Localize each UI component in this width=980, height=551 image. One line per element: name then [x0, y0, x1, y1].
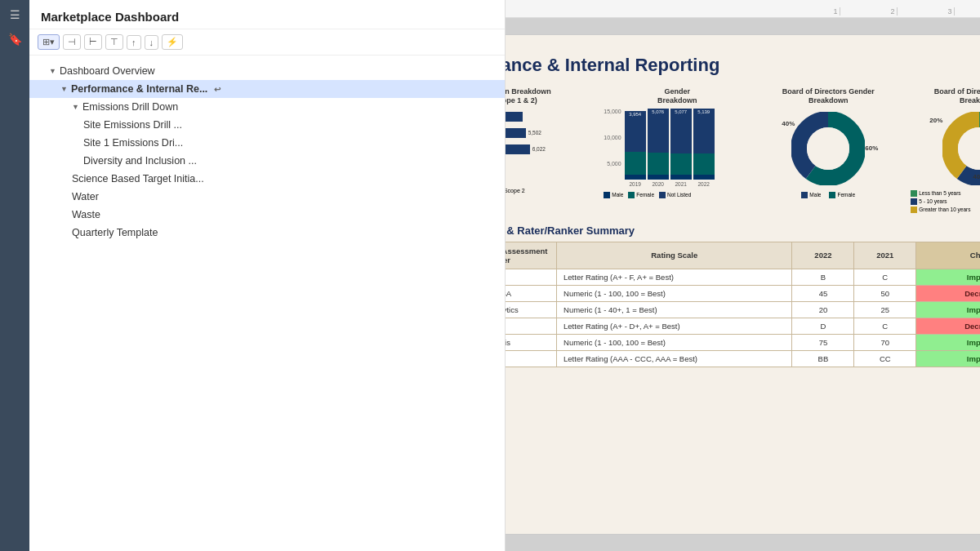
male-color: [801, 192, 808, 198]
sidebar-item-diversity[interactable]: Diversity and Inclusion ...: [29, 152, 505, 170]
scope2-label: Scope 2: [506, 188, 525, 193]
not-listed-color: [659, 192, 666, 198]
not-listed-label: Not Listed: [667, 192, 691, 198]
scale-cell: Letter Rating (A+ - F, A+ = Best): [557, 269, 792, 285]
change-cell: Improved: [916, 334, 980, 350]
table-row: Ecovadis Numeric (1 - 100, 100 = Best) 7…: [506, 334, 981, 350]
female-pct: 60%: [865, 144, 878, 152]
menu-icon[interactable]: ☰: [10, 8, 20, 21]
not-listed-val: 3,954: [625, 111, 646, 118]
gender-chart-title: GenderBreakdown: [604, 87, 751, 105]
scope1-row: 4,902: [506, 156, 596, 162]
nav-label: Diversity and Inclusion ...: [83, 155, 197, 167]
female-label: Female: [837, 192, 855, 198]
sidebar-item-emissions-drill-down[interactable]: ▼ Emissions Drill Down: [29, 98, 505, 116]
less5-color: [911, 190, 917, 197]
board-tenure-title: Board of Directors TenureBreakdown: [906, 87, 980, 105]
ruler-mark: 3: [898, 7, 955, 16]
col-change: Change: [916, 242, 980, 269]
arrow-icon: ▼: [60, 85, 68, 93]
table-row: S&P CSA Numeric (1 - 100, 100 = Best) 45…: [506, 285, 981, 301]
outdent-btn[interactable]: ⊢: [84, 34, 102, 50]
sidebar-item-site-emissions[interactable]: Site Emissions Drill ...: [29, 116, 505, 134]
scale-cell: Numeric (1 - 100, 100 = Best): [557, 285, 792, 301]
female-bar: [670, 153, 692, 175]
legend-5-10: 5 - 10 years: [911, 198, 947, 205]
scope2-bar: [506, 112, 523, 122]
provider-cell: Sustainalytics: [506, 301, 557, 318]
grid-view-btn[interactable]: ⊞▾: [38, 34, 60, 50]
greater10-color: [911, 207, 917, 213]
rating-table: Rating Agency / Assessment Provider Rati…: [506, 242, 981, 367]
edit-icon[interactable]: ↩: [214, 85, 220, 94]
sidebar-item-waste[interactable]: Waste: [29, 206, 505, 224]
2021-cell: 50: [854, 285, 916, 301]
y-label: 15,000: [604, 109, 621, 114]
nav-label: Dashboard Overview: [60, 65, 155, 77]
provider-cell: ISS: [506, 318, 557, 334]
sidebar-item-water[interactable]: Water: [29, 188, 505, 206]
scale-cell: Numeric (1 - 100, 100 = Best): [557, 334, 792, 350]
charts-row: Emission Breakdown(Scope 1 & 2) 15,000 1…: [506, 87, 981, 213]
not-listed-val: 5,077: [670, 109, 692, 115]
sidebar-title: Marketplace Dashboard: [41, 10, 493, 24]
expand-all-btn[interactable]: ⊤: [105, 34, 123, 50]
report-title: Performance & Internal Reporting: [506, 55, 981, 76]
2022-cell: 45: [792, 285, 854, 301]
bar-value: 6,022: [532, 146, 546, 152]
emission-legend: Scope 1 Scope 2: [506, 188, 596, 194]
bar-row-2022: 2022 6,022: [506, 144, 596, 154]
scale-cell: Letter Rating (A+ - D+, A+ = Best): [557, 318, 792, 334]
female-bar: [625, 152, 646, 175]
x-label: 2020: [652, 181, 663, 187]
table-row: ISS Letter Rating (A+ - D+, A+ = Best) D…: [506, 318, 981, 334]
nav-label: Performance & Internal Re...: [71, 83, 207, 95]
legend-female: Female: [628, 192, 654, 198]
not-listed-val: 5,139: [693, 109, 715, 115]
collapse-up-btn[interactable]: ↑: [127, 35, 141, 50]
sidebar-item-quarterly-template[interactable]: Quarterly Template: [29, 224, 505, 242]
filter-btn[interactable]: ⚡: [162, 34, 183, 50]
collapse-down-btn[interactable]: ↓: [145, 35, 159, 50]
sidebar-item-science-based-target[interactable]: Science Based Target Initia...: [29, 170, 505, 188]
change-cell: Improved: [916, 269, 980, 285]
scale-cell: Numeric (1 - 40+, 1 = Best): [557, 301, 792, 318]
nav-label: Waste: [72, 209, 100, 220]
legend-less5: Less than 5 years: [911, 190, 960, 197]
five10-label: 5 - 10 years: [919, 198, 947, 204]
2021-cell: CC: [854, 350, 916, 367]
legend-scope2: Scope 2: [506, 188, 525, 194]
gender-legend: Male Female Not Listed: [604, 192, 751, 198]
five10-pct: 40%: [973, 173, 980, 180]
sidebar-item-dashboard-overview[interactable]: ▼ Dashboard Overview: [29, 62, 505, 80]
2022-cell: 75: [792, 334, 854, 350]
board-gender-legend: Male Female: [759, 192, 898, 198]
stacked-bar-2019: 3,954 2019: [625, 109, 646, 187]
nav-tree: ▼ Dashboard Overview ▼ Performance & Int…: [29, 56, 505, 248]
x-label: 2022: [697, 181, 709, 187]
x-label: 2021: [675, 181, 686, 187]
y-label: 5,000: [604, 161, 621, 167]
change-cell: Improved: [916, 350, 980, 367]
sidebar-item-site1-emissions[interactable]: Site 1 Emissions Dri...: [29, 134, 505, 152]
2021-cell: C: [854, 269, 916, 285]
male-bar: [693, 175, 715, 179]
emission-chart-title: Emission Breakdown(Scope 1 & 2): [506, 87, 596, 105]
indent-btn[interactable]: ⊣: [63, 34, 81, 50]
female-label: Female: [636, 192, 654, 198]
gender-bars: 15,000 10,000 5,000 3,954 2019: [604, 109, 751, 190]
legend-not-listed: Not Listed: [659, 192, 691, 198]
sidebar-item-performance-internal[interactable]: ▼ Performance & Internal Re... ↩: [29, 80, 505, 98]
not-listed-bar: [648, 115, 669, 153]
bookmark-icon[interactable]: 🔖: [8, 33, 22, 46]
bar-row-2021: 2021 5,502: [506, 128, 596, 138]
col-2022: 2022: [792, 242, 854, 269]
col-scale: Rating Scale: [557, 242, 792, 269]
female-color: [829, 192, 835, 198]
2021-cell: 25: [854, 301, 916, 318]
ruler: 1 2 3 4 5 6 7 8 9 10 11 12 13: [506, 0, 981, 18]
change-cell: Improved: [916, 301, 980, 318]
svg-point-2: [807, 127, 849, 170]
legend-greater10: Greater than 10 years: [911, 207, 970, 213]
nav-label: Water: [72, 191, 99, 202]
